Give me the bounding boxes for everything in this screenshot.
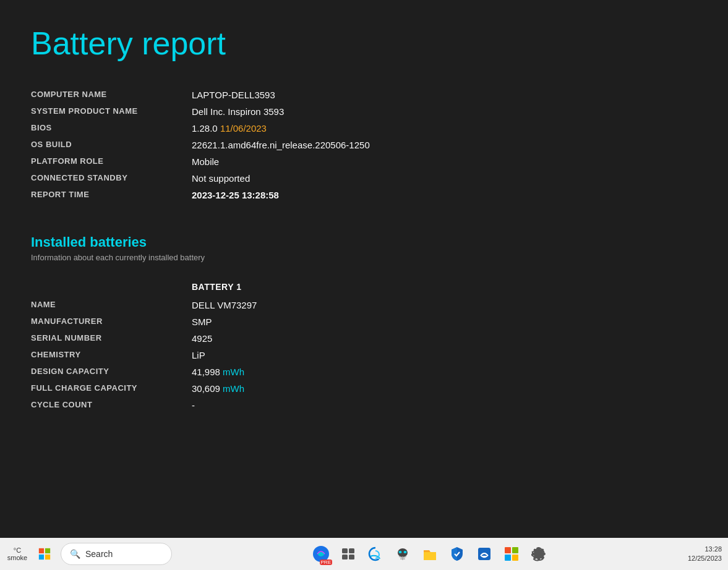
alienware-icon[interactable] <box>390 542 415 566</box>
svg-point-11 <box>403 551 406 553</box>
full-charge-value: 30,609 mWh <box>192 380 697 397</box>
table-row: CHEMISTRY LiP <box>31 347 697 364</box>
svg-rect-3 <box>45 555 50 559</box>
edge-icon[interactable] <box>363 542 388 566</box>
manufacturer-label: MANUFACTURER <box>31 313 192 330</box>
taskbar: °C smoke 🔍 Search PRE <box>0 538 728 570</box>
table-row: NAME DELL VM73297 <box>31 297 697 313</box>
report-time-value: 2023-12-25 13:28:58 <box>192 187 697 203</box>
connected-standby-label: CONNECTED STANDBY <box>31 170 192 187</box>
platform-role-label: PLATFORM ROLE <box>31 153 192 170</box>
svg-rect-6 <box>349 548 354 553</box>
serial-number-value: 4925 <box>192 330 697 347</box>
onedrive-icon[interactable] <box>472 542 497 566</box>
svg-rect-16 <box>512 547 518 553</box>
system-info-table: COMPUTER NAME LAPTOP-DELL3593 SYSTEM PRO… <box>31 87 697 203</box>
connected-standby-value: Not supported <box>192 170 697 187</box>
os-build-label: OS BUILD <box>31 137 192 153</box>
system-product-value: Dell Inc. Inspiron 3593 <box>192 103 697 120</box>
installed-batteries-subtitle: Information about each currently install… <box>31 253 697 262</box>
svg-rect-15 <box>505 547 511 553</box>
table-row: BIOS 1.28.0 11/06/2023 <box>31 120 697 137</box>
cycle-count-label: CYCLE COUNT <box>31 397 192 414</box>
table-row: COMPUTER NAME LAPTOP-DELL3593 <box>31 87 697 103</box>
table-row: OS BUILD 22621.1.amd64fre.ni_release.220… <box>31 137 697 153</box>
battery-header: BATTERY 1 <box>31 277 697 297</box>
cycle-count-value: - <box>192 397 697 414</box>
manufacturer-value: SMP <box>192 313 697 330</box>
main-content: Battery report COMPUTER NAME LAPTOP-DELL… <box>0 0 728 532</box>
temp-value: °C <box>14 547 21 554</box>
full-charge-label: FULL CHARGE CAPACITY <box>31 380 192 397</box>
copilot-app-icon[interactable]: PRE <box>309 542 333 566</box>
battery-info-table: NAME DELL VM73297 MANUFACTURER SMP SERIA… <box>31 297 697 414</box>
temperature-widget: °C smoke <box>6 547 28 561</box>
chemistry-value: LiP <box>192 347 697 364</box>
security-icon[interactable] <box>445 542 469 566</box>
system-tray: 13:28 12/25/2023 <box>688 545 722 564</box>
design-capacity-label: DESIGN CAPACITY <box>31 364 192 380</box>
table-row: CONNECTED STANDBY Not supported <box>31 170 697 187</box>
search-label: Search <box>85 549 113 559</box>
platform-role-value: Mobile <box>192 153 697 170</box>
svg-rect-0 <box>39 548 44 553</box>
svg-point-10 <box>398 551 401 553</box>
table-row: SYSTEM PRODUCT NAME Dell Inc. Inspiron 3… <box>31 103 697 120</box>
chemistry-label: CHEMISTRY <box>31 347 192 364</box>
bios-value: 1.28.0 11/06/2023 <box>192 120 697 137</box>
svg-rect-5 <box>342 548 348 553</box>
table-row: CYCLE COUNT - <box>31 397 697 414</box>
svg-rect-8 <box>349 555 354 559</box>
store-icon[interactable] <box>499 542 524 566</box>
report-time-label: REPORT TIME <box>31 187 192 203</box>
file-explorer-icon[interactable] <box>418 542 442 566</box>
svg-rect-2 <box>39 555 44 559</box>
taskbar-apps: PRE <box>174 542 685 566</box>
design-capacity-value: 41,998 mWh <box>192 364 697 380</box>
svg-rect-1 <box>45 548 50 553</box>
svg-rect-7 <box>342 555 348 559</box>
computer-name-value: LAPTOP-DELL3593 <box>192 87 697 103</box>
search-button[interactable]: 🔍 Search <box>61 543 172 565</box>
system-product-label: SYSTEM PRODUCT NAME <box>31 103 192 120</box>
table-row: FULL CHARGE CAPACITY 30,609 mWh <box>31 380 697 397</box>
svg-rect-17 <box>505 555 511 561</box>
table-row: DESIGN CAPACITY 41,998 mWh <box>31 364 697 380</box>
table-row: PLATFORM ROLE Mobile <box>31 153 697 170</box>
page-title: Battery report <box>31 25 697 62</box>
battery-name-value: DELL VM73297 <box>192 297 697 313</box>
svg-rect-18 <box>512 555 518 561</box>
taskview-icon[interactable] <box>336 542 361 566</box>
temp-label: smoke <box>7 554 27 561</box>
installed-batteries-title: Installed batteries <box>31 234 697 250</box>
computer-name-label: COMPUTER NAME <box>31 87 192 103</box>
windows-icon <box>38 547 51 561</box>
battery-name-label: NAME <box>31 297 192 313</box>
search-icon: 🔍 <box>70 549 80 559</box>
settings-icon[interactable] <box>526 542 551 566</box>
table-row: MANUFACTURER SMP <box>31 313 697 330</box>
serial-number-label: SERIAL NUMBER <box>31 330 192 347</box>
clock: 13:28 12/25/2023 <box>688 545 722 564</box>
start-button[interactable] <box>31 540 58 568</box>
os-build-value: 22621.1.amd64fre.ni_release.220506-1250 <box>192 137 697 153</box>
table-row: REPORT TIME 2023-12-25 13:28:58 <box>31 187 697 203</box>
table-row: SERIAL NUMBER 4925 <box>31 330 697 347</box>
bios-label: BIOS <box>31 120 192 137</box>
